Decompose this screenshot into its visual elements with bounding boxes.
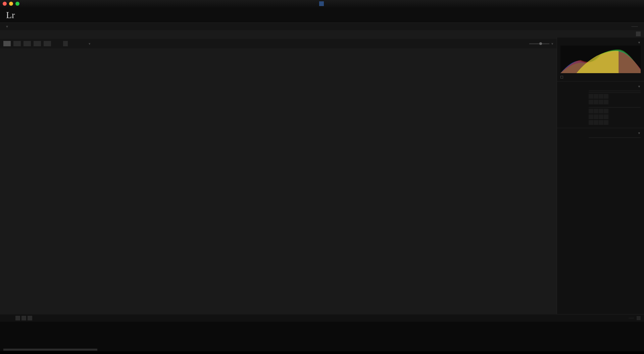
loupe-view-icon[interactable] — [13, 41, 21, 46]
filmstrip — [0, 322, 644, 351]
clarity-stepper[interactable] — [589, 114, 608, 119]
main-area: ▾ ▾ ▼ ▼ — [0, 38, 644, 314]
window-title — [319, 1, 325, 6]
grid-view: ▾ ▾ — [0, 38, 557, 314]
grid-view-icon[interactable] — [3, 41, 11, 46]
triangle-down-icon[interactable]: ▼ — [638, 85, 641, 88]
white-balance-dropdown[interactable] — [589, 92, 641, 93]
grid-toolbar: ▾ ▾ — [0, 39, 557, 48]
lock-icon[interactable] — [636, 32, 641, 36]
survey-view-icon[interactable] — [34, 41, 41, 46]
filmstrip-scrollbar[interactable] — [0, 348, 644, 351]
exposure-stepper[interactable] — [589, 109, 608, 113]
chevron-down-icon[interactable]: ▾ — [6, 24, 8, 29]
triangle-down-icon[interactable]: ▼ — [638, 41, 641, 44]
zoom-window-icon[interactable] — [15, 2, 19, 6]
identity-plate[interactable]: Lr — [6, 10, 19, 20]
thumbnail-size-control: ▾ — [527, 42, 553, 46]
histogram-display[interactable] — [560, 46, 641, 73]
triangle-down-icon[interactable]: ▼ — [638, 132, 641, 135]
forward-icon[interactable] — [28, 316, 32, 320]
macos-titlebar — [0, 0, 644, 7]
catalog-icon — [319, 1, 324, 6]
make-public-button[interactable] — [631, 26, 638, 27]
histogram-panel: ▼ — [557, 38, 644, 82]
activity-bar: ▾ — [0, 23, 644, 30]
chevron-down-icon: ▾ — [89, 42, 91, 46]
chevron-down-icon[interactable]: ▾ — [551, 42, 553, 46]
right-panel-group: ▼ ▼ ▼ — [557, 38, 644, 314]
tint-stepper[interactable] — [589, 100, 608, 104]
painter-icon[interactable] — [63, 41, 68, 46]
vibrance-stepper[interactable] — [589, 120, 608, 125]
back-icon[interactable] — [21, 316, 26, 320]
saved-preset-dropdown[interactable] — [589, 91, 641, 91]
status-bar — [0, 314, 644, 322]
flag-filter-icon[interactable] — [637, 316, 641, 320]
thumbnail-size-slider[interactable] — [529, 43, 549, 44]
grid-icon[interactable] — [15, 316, 20, 320]
filmstrip-filter-dropdown[interactable] — [629, 318, 634, 318]
minimize-window-icon[interactable] — [9, 2, 13, 6]
compare-view-icon[interactable] — [23, 41, 31, 46]
temperature-stepper[interactable] — [589, 94, 608, 99]
grid-nav-icons — [15, 316, 32, 320]
traffic-lights — [3, 2, 19, 6]
lightroom-logo-icon: Lr — [6, 10, 15, 20]
people-view-icon[interactable] — [44, 41, 51, 46]
filmstrip-thumbs[interactable] — [0, 322, 644, 348]
header-bar: Lr — [0, 7, 644, 23]
close-window-icon[interactable] — [3, 2, 7, 6]
auto-tone-button[interactable] — [589, 107, 641, 108]
quick-develop-panel: ▼ — [557, 82, 644, 128]
enter-keywords-dropdown[interactable] — [589, 137, 641, 138]
keywords-textarea[interactable] — [560, 139, 641, 140]
keywording-panel: ▼ — [557, 128, 644, 314]
library-filter-bar — [0, 30, 644, 38]
